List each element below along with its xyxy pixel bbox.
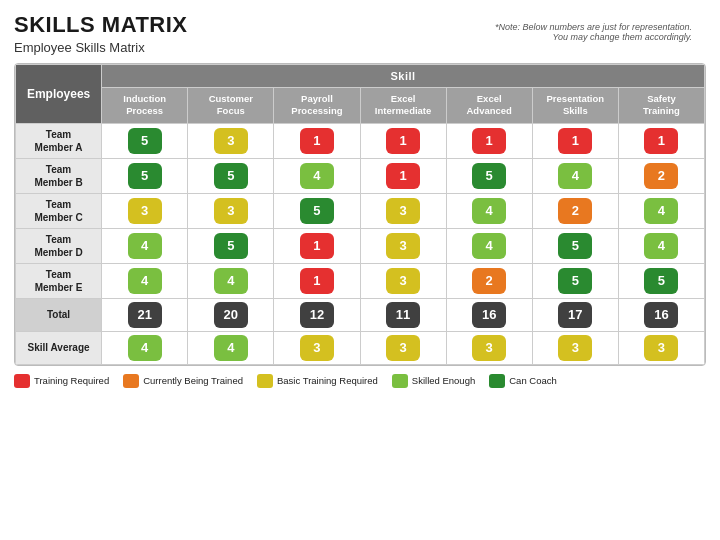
total-label: Total bbox=[16, 298, 102, 331]
total-cell-6: 16 bbox=[618, 298, 704, 331]
total-cell-1: 20 bbox=[188, 298, 274, 331]
legend-color-4 bbox=[489, 374, 505, 388]
cell-0-1: 3 bbox=[188, 123, 274, 158]
avg-label: Skill Average bbox=[16, 331, 102, 364]
total-cell-0: 21 bbox=[102, 298, 188, 331]
avg-cell-4: 3 bbox=[446, 331, 532, 364]
table-row: TeamMember A5311111 bbox=[16, 123, 705, 158]
cell-2-1: 3 bbox=[188, 193, 274, 228]
avg-cell-5: 3 bbox=[532, 331, 618, 364]
cell-1-5: 4 bbox=[532, 158, 618, 193]
skill-header: Skill bbox=[102, 65, 705, 88]
total-cell-3: 11 bbox=[360, 298, 446, 331]
table-row: TeamMember D4513454 bbox=[16, 228, 705, 263]
cell-3-4: 4 bbox=[446, 228, 532, 263]
legend-item-4: Can Coach bbox=[489, 374, 557, 388]
legend-label-1: Currently Being Trained bbox=[143, 375, 243, 386]
cell-4-4: 2 bbox=[446, 263, 532, 298]
cell-4-6: 5 bbox=[618, 263, 704, 298]
note: *Note: Below numbers are just for repres… bbox=[495, 22, 692, 42]
legend-item-3: Skilled Enough bbox=[392, 374, 475, 388]
cell-0-2: 1 bbox=[274, 123, 360, 158]
col-header-1: CustomerFocus bbox=[188, 88, 274, 124]
cell-2-5: 2 bbox=[532, 193, 618, 228]
employees-header: Employees bbox=[16, 65, 102, 124]
cell-4-3: 3 bbox=[360, 263, 446, 298]
cell-3-3: 3 bbox=[360, 228, 446, 263]
cell-2-4: 4 bbox=[446, 193, 532, 228]
legend-color-0 bbox=[14, 374, 30, 388]
legend-item-0: Training Required bbox=[14, 374, 109, 388]
cell-1-4: 5 bbox=[446, 158, 532, 193]
col-header-0: InductionProcess bbox=[102, 88, 188, 124]
cell-2-2: 5 bbox=[274, 193, 360, 228]
cell-3-0: 4 bbox=[102, 228, 188, 263]
cell-0-4: 1 bbox=[446, 123, 532, 158]
row-label-0: TeamMember A bbox=[16, 123, 102, 158]
row-label-2: TeamMember C bbox=[16, 193, 102, 228]
legend-item-1: Currently Being Trained bbox=[123, 374, 243, 388]
legend-label-2: Basic Training Required bbox=[277, 375, 378, 386]
skills-matrix: Employees Skill InductionProcessCustomer… bbox=[14, 63, 706, 366]
table-row: TeamMember E4413255 bbox=[16, 263, 705, 298]
row-label-4: TeamMember E bbox=[16, 263, 102, 298]
cell-1-3: 1 bbox=[360, 158, 446, 193]
avg-cell-3: 3 bbox=[360, 331, 446, 364]
cell-0-0: 5 bbox=[102, 123, 188, 158]
avg-cell-0: 4 bbox=[102, 331, 188, 364]
cell-4-2: 1 bbox=[274, 263, 360, 298]
row-label-1: TeamMember B bbox=[16, 158, 102, 193]
total-cell-5: 17 bbox=[532, 298, 618, 331]
table-row: TeamMember C3353424 bbox=[16, 193, 705, 228]
cell-3-2: 1 bbox=[274, 228, 360, 263]
row-label-3: TeamMember D bbox=[16, 228, 102, 263]
page-subtitle: Employee Skills Matrix bbox=[14, 40, 706, 55]
total-cell-4: 16 bbox=[446, 298, 532, 331]
legend-label-4: Can Coach bbox=[509, 375, 557, 386]
table-row: TeamMember B5541542 bbox=[16, 158, 705, 193]
legend-color-2 bbox=[257, 374, 273, 388]
col-header-2: PayrollProcessing bbox=[274, 88, 360, 124]
total-row: Total21201211161716 bbox=[16, 298, 705, 331]
avg-cell-2: 3 bbox=[274, 331, 360, 364]
cell-0-6: 1 bbox=[618, 123, 704, 158]
legend-label-0: Training Required bbox=[34, 375, 109, 386]
cell-3-6: 4 bbox=[618, 228, 704, 263]
cell-2-0: 3 bbox=[102, 193, 188, 228]
legend-label-3: Skilled Enough bbox=[412, 375, 475, 386]
cell-3-5: 5 bbox=[532, 228, 618, 263]
legend-color-1 bbox=[123, 374, 139, 388]
cell-4-1: 4 bbox=[188, 263, 274, 298]
cell-1-6: 2 bbox=[618, 158, 704, 193]
avg-cell-1: 4 bbox=[188, 331, 274, 364]
avg-row: Skill Average4433333 bbox=[16, 331, 705, 364]
avg-cell-6: 3 bbox=[618, 331, 704, 364]
cell-3-1: 5 bbox=[188, 228, 274, 263]
cell-4-5: 5 bbox=[532, 263, 618, 298]
legend-item-2: Basic Training Required bbox=[257, 374, 378, 388]
cell-1-1: 5 bbox=[188, 158, 274, 193]
cell-0-3: 1 bbox=[360, 123, 446, 158]
col-header-4: ExcelAdvanced bbox=[446, 88, 532, 124]
cell-2-6: 4 bbox=[618, 193, 704, 228]
total-cell-2: 12 bbox=[274, 298, 360, 331]
cell-1-0: 5 bbox=[102, 158, 188, 193]
col-header-5: PresentationSkills bbox=[532, 88, 618, 124]
legend-color-3 bbox=[392, 374, 408, 388]
col-header-6: SafetyTraining bbox=[618, 88, 704, 124]
col-header-3: ExcelIntermediate bbox=[360, 88, 446, 124]
cell-4-0: 4 bbox=[102, 263, 188, 298]
legend: Training RequiredCurrently Being Trained… bbox=[14, 374, 706, 388]
cell-1-2: 4 bbox=[274, 158, 360, 193]
cell-0-5: 1 bbox=[532, 123, 618, 158]
cell-2-3: 3 bbox=[360, 193, 446, 228]
